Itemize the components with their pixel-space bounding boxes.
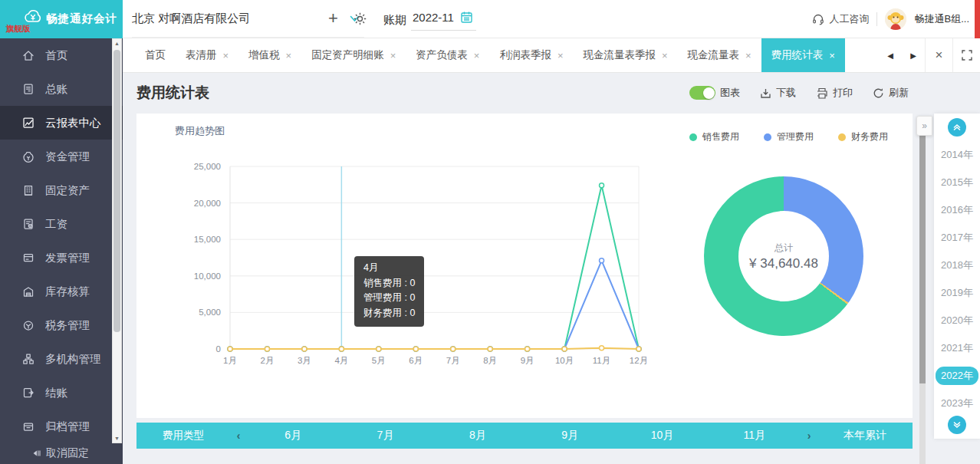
archive-icon [21, 420, 35, 433]
tab-close-icon[interactable]: × [286, 50, 292, 61]
tab-item[interactable]: 首页 [135, 38, 176, 72]
months-scroll-left-icon[interactable]: ‹ [230, 429, 247, 442]
year-item[interactable]: 2023年 [934, 390, 980, 417]
column-month[interactable]: 11月 [709, 429, 801, 443]
main-scrollbar[interactable] [919, 135, 926, 464]
tab-item[interactable]: 现金流量表× [678, 38, 761, 72]
tab-close-icon[interactable]: × [557, 50, 564, 61]
sidebar-item[interactable]: 固定资产 [0, 173, 123, 207]
year-item[interactable]: 2015年 [934, 169, 980, 196]
svg-text:9月: 9月 [521, 356, 534, 365]
scroll-up-icon[interactable]: ▲ [113, 41, 121, 46]
divider [876, 12, 877, 26]
chart-toggle[interactable]: 图表 [689, 86, 740, 100]
column-month[interactable]: 6月 [247, 429, 339, 443]
calendar-icon[interactable] [460, 11, 473, 24]
tab-scroll-right-icon[interactable]: ▶ [902, 38, 925, 72]
year-item[interactable]: 2017年 [934, 224, 980, 252]
year-item[interactable]: 2018年 [934, 252, 980, 279]
tab-item[interactable]: 表清册× [176, 38, 238, 72]
sidebar-item[interactable]: 结账 [0, 376, 123, 410]
tab-scroll-left-icon[interactable]: ◀ [879, 38, 902, 72]
column-month[interactable]: 7月 [339, 429, 431, 443]
tab-close-icon[interactable]: × [474, 50, 480, 61]
print-button[interactable]: 打印 [816, 86, 853, 100]
scroll-down-icon[interactable]: ▼ [113, 436, 121, 441]
legend-dot-icon [689, 133, 697, 141]
column-year-total: 本年累计 [817, 429, 913, 443]
close-all-tabs-icon[interactable]: × [925, 38, 952, 72]
sidebar-item[interactable]: 税务管理 [0, 308, 123, 342]
app-window: 畅捷通好会计 旗舰版 北京 对啊酒店有限公司 + 账期 2022-11 [0, 0, 980, 464]
period-field[interactable]: 2022-11 [411, 8, 476, 31]
add-button[interactable]: + [328, 8, 338, 28]
tab-item[interactable]: 资产负债表× [406, 38, 489, 72]
support-button[interactable]: 人工咨询 [812, 12, 869, 26]
svg-text:0: 0 [216, 344, 221, 354]
tab-item[interactable]: 现金流量表季报× [573, 38, 677, 72]
tab-close-icon[interactable]: × [390, 50, 396, 61]
months-scroll-right-icon[interactable]: › [801, 429, 817, 442]
sidebar-item[interactable]: 多机构管理 [0, 342, 123, 376]
tab-close-icon[interactable]: × [223, 50, 229, 61]
column-month[interactable]: 10月 [616, 429, 708, 443]
donut-total-value: ¥ 34,640.48 [749, 256, 818, 271]
sidebar-item[interactable]: 首页 [0, 38, 123, 72]
unpin-sidebar-button[interactable]: 取消固定 [31, 446, 89, 460]
svg-text:15,000: 15,000 [194, 235, 221, 244]
sidebar-item[interactable]: 发票管理 [0, 241, 123, 275]
fullscreen-icon[interactable] [952, 38, 980, 72]
tab-item[interactable]: 费用统计表× [761, 38, 845, 72]
year-item[interactable]: 2021年 [934, 334, 980, 362]
legend-item[interactable]: 管理费用 [764, 130, 814, 143]
year-label: 2014年 [941, 148, 973, 162]
main-scrollbar-thumb[interactable] [919, 135, 926, 383]
sidebar-item[interactable]: 归档管理 [0, 410, 123, 443]
tab-close-icon[interactable]: × [745, 50, 751, 61]
tab-item[interactable]: 利润表季报× [489, 38, 573, 72]
user-name[interactable]: 畅捷通B组... [914, 12, 969, 26]
inventory-icon [21, 285, 35, 298]
donut-center: 总计 ¥ 34,640.48 [738, 211, 829, 301]
home-icon [21, 48, 35, 62]
sidebar-item[interactable]: 工资 [0, 207, 123, 241]
year-item[interactable]: 2020年 [934, 307, 980, 334]
line-chart[interactable]: 05,00010,00015,00020,00025,0001月2月3月4月5月… [136, 114, 673, 374]
year-item[interactable]: 2022年 [934, 362, 980, 390]
legend-item[interactable]: 销售费用 [689, 130, 739, 143]
sidebar-item[interactable]: 总账 [0, 72, 123, 106]
year-item[interactable]: 2014年 [934, 141, 980, 169]
tab-item[interactable]: 增值税× [238, 38, 301, 72]
legend-label: 销售费用 [702, 130, 739, 143]
avatar[interactable] [885, 8, 906, 30]
year-panel: 2014年2015年2016年2017年2018年2019年2020年2021年… [934, 114, 980, 439]
gear-icon[interactable] [353, 12, 367, 26]
scrollbar-thumb[interactable] [113, 50, 120, 332]
tab-item[interactable]: 固定资产明细账× [301, 38, 406, 72]
printer-icon [816, 87, 828, 99]
tooltip-line: 财务费用 : 0 [363, 306, 415, 321]
donut-chart[interactable]: 总计 ¥ 34,640.48 [704, 176, 863, 336]
sidebar-item[interactable]: 库存核算 [0, 275, 123, 308]
tab-label: 表清册 [186, 48, 217, 62]
legend-item[interactable]: 财务费用 [838, 130, 888, 143]
toggle-switch[interactable] [689, 86, 715, 100]
year-item[interactable]: 2019年 [934, 279, 980, 307]
tab-close-icon[interactable]: × [662, 50, 668, 61]
year-item[interactable]: 2016年 [934, 196, 980, 224]
sidebar-item-label: 资金管理 [45, 150, 90, 164]
sidebar-item[interactable]: 云报表中心 [0, 106, 123, 140]
sidebar-scrollbar[interactable]: ▲ ▼ [112, 38, 122, 443]
legend-dot-icon [764, 133, 771, 141]
tab-close-icon[interactable]: × [829, 50, 835, 61]
refresh-button[interactable]: 刷新 [873, 86, 909, 100]
tooltip-line: 销售费用 : 0 [363, 276, 415, 291]
app-name: 畅捷通好会计 [46, 12, 117, 26]
column-month[interactable]: 9月 [524, 429, 616, 443]
sidebar-item[interactable]: 资金管理 [0, 140, 123, 173]
years-scroll-down-icon[interactable] [948, 416, 966, 434]
year-panel-expand-icon[interactable]: » [916, 116, 932, 136]
years-scroll-up-icon[interactable] [948, 118, 966, 137]
column-month[interactable]: 8月 [432, 429, 524, 443]
download-button[interactable]: 下载 [760, 86, 796, 100]
